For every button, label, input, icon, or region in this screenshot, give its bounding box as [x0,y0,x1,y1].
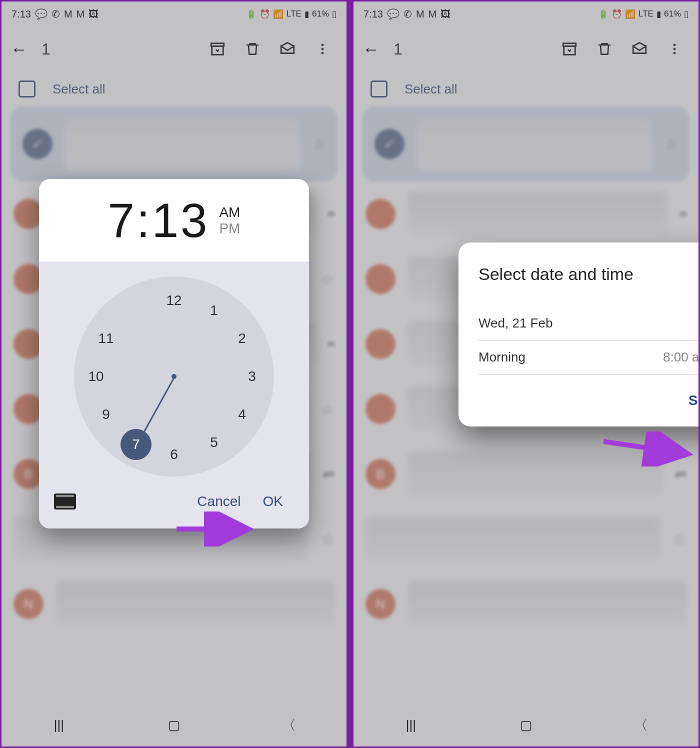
keyboard-toggle[interactable] [54,494,76,510]
period-label: Morning [478,350,526,365]
pm-toggle[interactable]: PM [219,220,240,236]
time-row[interactable]: Morning 8:00 am ▼ [478,340,700,374]
android-navbar: ||| ▢ 〈 [2,704,346,746]
nav-recents[interactable]: ||| [39,718,79,733]
cancel-button[interactable]: Cancel [186,490,252,514]
dialog-title: Select date and time [478,264,700,284]
nav-back[interactable]: 〈 [621,716,661,734]
period-time: 8:00 am [663,350,700,364]
clock-face[interactable]: 12 1 2 3 4 5 6 8 9 10 11 7 [74,276,274,476]
nav-back[interactable]: 〈 [269,716,309,734]
selected-hour-knob[interactable]: 7 [120,429,152,460]
image-divider [348,0,352,748]
ok-button[interactable]: OK [252,490,294,514]
date-time-dialog: Select date and time Wed, 21 Feb ▼ Morni… [458,242,700,426]
nav-home[interactable]: ▢ [154,718,194,733]
time-display[interactable]: 7:13 [108,193,210,248]
phone-left: 7:13 💬 ✆ M M 🖼 🔋 ⏰ 📶 LTE ▮ 61% ▯ ← 1 [0,0,348,748]
android-navbar: ||| ▢ 〈 [354,704,698,746]
am-toggle[interactable]: AM [219,204,240,220]
phone-right: 7:13 💬 ✆ M M 🖼 🔋 ⏰ 📶 LTE ▮ 61% ▯ ← 1 [352,0,700,748]
date-row[interactable]: Wed, 21 Feb ▼ [478,306,700,340]
time-header: 7:13 AM PM [39,179,309,262]
nav-recents[interactable]: ||| [391,718,431,733]
time-picker-dialog: 7:13 AM PM 12 1 2 3 4 5 6 8 9 10 11 [39,179,309,528]
save-button[interactable]: SAVE [688,392,700,408]
date-value: Wed, 21 Feb [478,316,552,331]
nav-home[interactable]: ▢ [506,718,546,733]
